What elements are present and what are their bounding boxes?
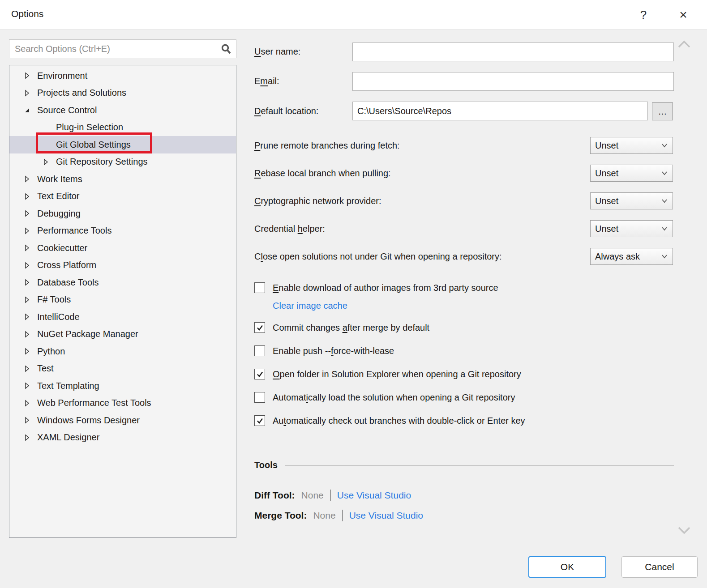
dropdown-row: Rebase local branch when pulling: Unset (254, 165, 674, 192)
tree-expander-icon[interactable] (23, 347, 31, 355)
tree-item[interactable]: Debugging (9, 205, 236, 222)
dropdown[interactable]: Always ask (590, 248, 673, 265)
dropdown-value: Unset (595, 141, 661, 151)
tools-heading: Tools (254, 460, 278, 470)
tree-item-label: IntelliCode (37, 312, 80, 322)
tree-item-label: Web Performance Test Tools (37, 398, 151, 408)
checkbox-label: Enable download of author images from 3r… (273, 283, 498, 293)
tree-item[interactable]: Environment (9, 67, 236, 85)
user-name-field[interactable] (352, 43, 674, 61)
tree-expander-icon[interactable] (23, 278, 31, 286)
tree-item[interactable]: F# Tools (9, 291, 236, 309)
checkbox-main[interactable]: Automatically check out branches with do… (254, 414, 675, 427)
chevron-down-icon (661, 143, 668, 148)
scroll-down-icon[interactable] (676, 524, 692, 536)
email-label: Email: (254, 76, 279, 86)
cancel-button[interactable]: Cancel (621, 556, 698, 578)
checkbox[interactable] (254, 282, 265, 293)
tree-item[interactable]: Text Templating (9, 377, 236, 395)
tree-item-label: Text Editor (37, 191, 79, 201)
tree-item[interactable]: Cookiecutter (9, 239, 236, 257)
dropdown[interactable]: Unset (590, 165, 673, 182)
checkbox-main[interactable]: Automatically load the solution when ope… (254, 391, 675, 404)
tree-expander-icon[interactable] (23, 106, 31, 114)
tree-item[interactable]: Text Editor (9, 188, 236, 205)
tree-expander-icon[interactable] (42, 158, 50, 166)
tree-expander-icon[interactable] (23, 89, 31, 97)
tree-item[interactable]: XAML Designer (9, 429, 236, 447)
tree-expander-icon[interactable] (23, 209, 31, 217)
tree-expander-icon[interactable] (42, 141, 50, 149)
checkbox-main[interactable]: Enable download of author images from 3r… (254, 281, 675, 294)
tree-item[interactable]: IntelliCode (9, 308, 236, 326)
dropdown[interactable]: Unset (590, 192, 673, 209)
scroll-up-icon[interactable] (676, 38, 692, 50)
tree-expander-icon[interactable] (23, 382, 31, 390)
tree-expander-icon[interactable] (23, 313, 31, 321)
tree-expander-icon[interactable] (23, 261, 31, 269)
default-location-label: Default location: (254, 106, 318, 116)
tree-item[interactable]: Projects and Solutions (9, 85, 236, 102)
tree-expander-icon[interactable] (23, 416, 31, 424)
tree-expander-icon[interactable] (23, 175, 31, 183)
git-settings-checkboxes: Enable download of author images from 3r… (254, 281, 675, 437)
check-icon (256, 371, 264, 378)
dropdown[interactable]: Unset (590, 137, 673, 154)
tree-expander-icon[interactable] (42, 124, 50, 132)
tree-expander-icon[interactable] (23, 434, 31, 442)
checkbox-main[interactable]: Enable push --force-with-lease (254, 344, 675, 358)
tree-item[interactable]: Performance Tools (9, 222, 236, 240)
tree-item[interactable]: Git Repository Settings (9, 153, 236, 171)
close-icon[interactable]: × (673, 4, 693, 24)
tree-item[interactable]: Web Performance Test Tools (9, 395, 236, 412)
tree-expander-icon[interactable] (23, 330, 31, 338)
tree-item-label: NuGet Package Manager (37, 329, 138, 339)
search-input[interactable] (9, 40, 221, 58)
tree-expander-icon[interactable] (23, 244, 31, 252)
help-icon[interactable]: ? (634, 4, 653, 24)
tree-item[interactable]: Test (9, 360, 236, 378)
use-visual-studio-link[interactable]: Use Visual Studio (337, 490, 411, 501)
dropdown-row: Credential helper: Unset (254, 220, 674, 248)
email-field[interactable] (352, 72, 674, 91)
checkbox[interactable] (254, 369, 265, 379)
checkbox[interactable] (254, 415, 265, 426)
checkbox-label: Automatically check out branches with do… (273, 416, 525, 426)
tool-label: Diff Tool: (254, 490, 295, 501)
checkbox[interactable] (254, 345, 265, 356)
ok-button[interactable]: OK (528, 556, 606, 578)
checkbox[interactable] (254, 392, 265, 403)
tree-item[interactable]: Git Global Settings (9, 136, 236, 153)
tree-item[interactable]: Work Items (9, 170, 236, 188)
tree-item[interactable]: Windows Forms Designer (9, 412, 236, 429)
search-box (9, 39, 236, 58)
window-title: Options (11, 9, 43, 19)
clear-image-cache-link[interactable]: Clear image cache (273, 301, 347, 311)
checkbox-row: Automatically load the solution when ope… (254, 391, 675, 404)
dropdown[interactable]: Unset (590, 220, 673, 237)
browse-button[interactable]: … (652, 102, 673, 120)
checkbox-main[interactable]: Open folder in Solution Explorer when op… (254, 367, 675, 381)
tree-item[interactable]: Plug-in Selection (9, 119, 236, 136)
tool-current-value: None (313, 510, 335, 521)
checkbox[interactable] (254, 322, 265, 333)
tree-item[interactable]: Source Control (9, 102, 236, 119)
default-location-field[interactable] (352, 102, 648, 120)
tree-expander-icon[interactable] (23, 227, 31, 235)
tree-item[interactable]: Database Tools (9, 274, 236, 291)
tree-item[interactable]: NuGet Package Manager (9, 326, 236, 343)
dropdown-row: Prune remote branches during fetch: Unse… (254, 137, 674, 165)
tree-expander-icon[interactable] (23, 72, 31, 80)
checkbox-main[interactable]: Commit changes after merge by default (254, 321, 675, 334)
tree-expander-icon[interactable] (23, 296, 31, 304)
tree-item[interactable]: Cross Platform (9, 257, 236, 274)
tree-item-label: Performance Tools (37, 226, 111, 236)
tree-expander-icon[interactable] (23, 365, 31, 373)
tools-divider (285, 465, 674, 466)
tree-item-label: Plug-in Selection (56, 122, 123, 132)
use-visual-studio-link[interactable]: Use Visual Studio (349, 510, 423, 521)
tree-expander-icon[interactable] (23, 192, 31, 200)
dropdown-label: Close open solutions not under Git when … (254, 248, 502, 265)
tree-expander-icon[interactable] (23, 399, 31, 407)
tree-item[interactable]: Python (9, 343, 236, 360)
